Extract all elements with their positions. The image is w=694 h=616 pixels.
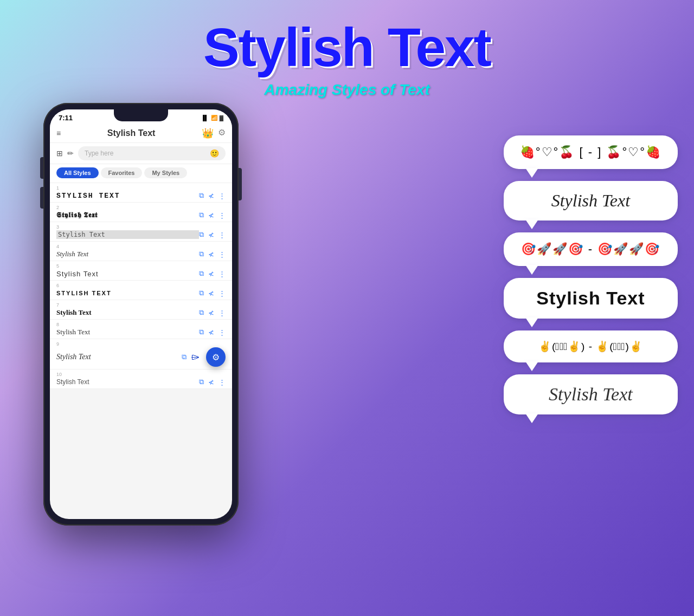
- bubble-content-1: 🍓°♡°🍒 [ - ] 🍒°♡°🍓: [520, 145, 661, 159]
- app-header-section: Stylish Text Amazing Styles of Text: [0, 0, 694, 99]
- share-button-4[interactable]: ≮: [208, 250, 214, 258]
- list-item: 3 Stylish Text ⧉ ≮ ⋮: [50, 222, 232, 242]
- more-button-6[interactable]: ⋮: [219, 289, 226, 297]
- app-subtitle: Amazing Styles of Text: [0, 81, 694, 99]
- bubble-content-4: Stylish Text: [536, 288, 645, 309]
- edit-icon[interactable]: ✏: [67, 149, 74, 158]
- style-text-3: Stylish Text: [56, 230, 199, 239]
- style-actions-3: ⧉ ≮ ⋮: [199, 230, 226, 239]
- settings-fab[interactable]: ⚙: [206, 347, 226, 367]
- style-text-6: STYLISH TEXT: [56, 290, 199, 296]
- share-button-6[interactable]: ≮: [208, 289, 214, 297]
- share-button-10[interactable]: ≮: [208, 378, 214, 386]
- search-input-box[interactable]: Type here 🙂: [78, 146, 226, 160]
- more-button-1[interactable]: ⋮: [219, 192, 226, 200]
- style-text-2: 𝕾𝖙𝖞𝖑𝖎𝖘𝖍 𝕿𝖊𝖝𝖙: [56, 211, 199, 219]
- phone-mockup: 7:11 ▐▌ 📶 ▓ ≡ Stylish Text 👑 ⚙ ⊞ ✏: [16, 103, 277, 601]
- style-text-7: Stylish Text: [56, 308, 199, 317]
- speech-bubble-4: Stylish Text: [504, 278, 678, 319]
- style-text-1: STYLISH TEXT: [56, 192, 199, 200]
- copy-button-5[interactable]: ⧉: [199, 269, 204, 278]
- status-icons: ▐▌ 📶 ▓: [201, 115, 223, 121]
- wifi-icon: 📶: [211, 115, 217, 121]
- tab-my-styles[interactable]: My Styles: [144, 167, 187, 178]
- search-placeholder-text: Type here: [85, 150, 113, 157]
- list-item: 7 Stylish Text ⧉ ≮ ⋮: [50, 300, 232, 320]
- speech-bubble-6: Stylish Text: [504, 374, 678, 414]
- copy-button-3[interactable]: ⧉: [199, 230, 204, 239]
- app-title: Stylish Text: [0, 16, 694, 79]
- speech-bubble-3: 🎯🚀🚀🎯 - 🎯🚀🚀🎯: [504, 232, 678, 266]
- more-button-2[interactable]: ⋮: [219, 211, 226, 219]
- list-item: 9 Stylish Text ⧉ ⌲ ⚙: [50, 339, 232, 369]
- copy-button-9[interactable]: ⧉: [182, 353, 187, 361]
- style-actions-5: ⧉ ≮ ⋮: [199, 269, 226, 278]
- signal-icon: ▐▌: [201, 115, 209, 121]
- more-button-4[interactable]: ⋮: [219, 250, 226, 258]
- copy-button-1[interactable]: ⧉: [199, 191, 204, 200]
- app-name-label: Stylish Text: [107, 128, 156, 138]
- style-list: 1 STYLISH TEXT ⧉ ≮ ⋮ 2 𝕾𝖙𝖞𝖑𝖎𝖘𝖍 𝕿𝖊𝖝𝖙: [50, 183, 232, 389]
- list-item: 1 STYLISH TEXT ⧉ ≮ ⋮: [50, 183, 232, 203]
- more-button-3[interactable]: ⋮: [219, 231, 226, 239]
- phone-frame: 7:11 ▐▌ 📶 ▓ ≡ Stylish Text 👑 ⚙ ⊞ ✏: [43, 103, 239, 526]
- share-button-2[interactable]: ≮: [208, 211, 214, 219]
- list-item: 10 Stylish Text ⧉ ≮ ⋮: [50, 369, 232, 389]
- copy-button-8[interactable]: ⧉: [199, 328, 204, 336]
- settings-icon[interactable]: ⚙: [218, 127, 226, 139]
- hamburger-icon[interactable]: ≡: [56, 129, 61, 138]
- style-text-4: Stylish Text: [56, 250, 199, 258]
- style-actions-2: ⧉ ≮ ⋮: [199, 211, 226, 219]
- vol-down-button: [40, 187, 43, 209]
- list-item: 4 Stylish Text ⧉ ≮ ⋮: [50, 242, 232, 261]
- crown-icon[interactable]: 👑: [202, 127, 214, 139]
- copy-button-10[interactable]: ⧉: [199, 378, 204, 386]
- copy-button-2[interactable]: ⧉: [199, 211, 204, 219]
- more-button-8[interactable]: ⋮: [219, 328, 226, 336]
- share-button-3[interactable]: ≮: [208, 231, 214, 239]
- more-button-5[interactable]: ⋮: [219, 270, 226, 278]
- style-actions-7: ⧉ ≮ ⋮: [199, 308, 226, 317]
- style-text-8: Stylish Text: [56, 328, 199, 336]
- style-actions-1: ⧉ ≮ ⋮: [199, 191, 226, 200]
- tab-favorites[interactable]: Favorites: [101, 167, 143, 178]
- emoji-icon[interactable]: 🙂: [210, 149, 219, 158]
- speech-bubble-2: Stylish Text: [504, 181, 678, 221]
- copy-button-6[interactable]: ⧉: [199, 289, 204, 297]
- bubble-content-3: 🎯🚀🚀🎯 - 🎯🚀🚀🎯: [521, 242, 661, 256]
- share-button-7[interactable]: ≮: [208, 309, 214, 317]
- bubbles-container: 🍓°♡°🍒 [ - ] 🍒°♡°🍓 Stylish Text 🎯🚀🚀🎯 - 🎯🚀…: [504, 135, 678, 414]
- bubble-content-6: Stylish Text: [549, 384, 633, 405]
- speech-bubble-5: ✌(ﾟ◡ﾟ✌) - ✌(ﾟ◡ﾟ)✌: [504, 330, 678, 362]
- style-text-10: Stylish Text: [56, 378, 199, 386]
- style-actions-4: ⧉ ≮ ⋮: [199, 250, 226, 258]
- style-actions-8: ⧉ ≮ ⋮: [199, 328, 226, 336]
- style-actions-10: ⧉ ≮ ⋮: [199, 378, 226, 386]
- filter-icon[interactable]: ⊞: [56, 149, 63, 158]
- more-button-10[interactable]: ⋮: [219, 378, 226, 386]
- share-button-8[interactable]: ≮: [208, 328, 214, 336]
- bubble-content-2: Stylish Text: [551, 191, 630, 211]
- share-button-5[interactable]: ≮: [208, 270, 214, 278]
- tabs-bar: All Styles Favorites My Styles: [50, 164, 232, 183]
- list-item: 5 Stylish Text ⧉ ≮ ⋮: [50, 261, 232, 281]
- vol-up-button: [40, 157, 43, 179]
- phone-notch: [114, 109, 168, 121]
- app-top-bar: ≡ Stylish Text 👑 ⚙: [50, 124, 232, 143]
- power-button: [239, 168, 242, 200]
- phone-screen: 7:11 ▐▌ 📶 ▓ ≡ Stylish Text 👑 ⚙ ⊞ ✏: [50, 109, 232, 519]
- tab-all-styles[interactable]: All Styles: [56, 167, 99, 178]
- battery-icon: ▓: [220, 115, 223, 121]
- copy-button-4[interactable]: ⧉: [199, 250, 204, 258]
- style-actions-9: ⧉ ⌲ ⚙: [182, 347, 226, 367]
- bubble-content-5: ✌(ﾟ◡ﾟ✌) - ✌(ﾟ◡ﾟ)✌: [538, 340, 643, 353]
- more-button-7[interactable]: ⋮: [219, 309, 226, 317]
- share-button-1[interactable]: ≮: [208, 192, 214, 200]
- style-actions-6: ⧉ ≮ ⋮: [199, 289, 226, 297]
- copy-button-7[interactable]: ⧉: [199, 308, 204, 317]
- list-item: 2 𝕾𝖙𝖞𝖑𝖎𝖘𝖍 𝕿𝖊𝖝𝖙 ⧉ ≮ ⋮: [50, 203, 232, 222]
- list-item: 8 Stylish Text ⧉ ≮ ⋮: [50, 320, 232, 339]
- list-item: 6 STYLISH TEXT ⧉ ≮ ⋮: [50, 281, 232, 300]
- header-icons: 👑 ⚙: [202, 127, 226, 139]
- share-button-9[interactable]: ⌲: [191, 352, 200, 362]
